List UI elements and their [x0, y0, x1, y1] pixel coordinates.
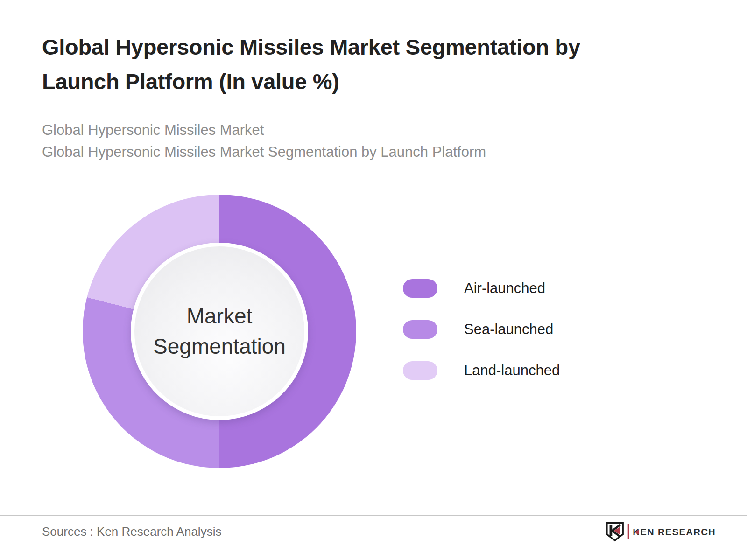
legend-label: Land-launched	[464, 362, 560, 379]
ken-research-logo: KEN RESEARCH	[603, 522, 722, 542]
subtitle-line-1: Global Hypersonic Missiles Market	[42, 119, 486, 141]
report-page: Global Hypersonic Missiles Market Segmen…	[0, 0, 747, 560]
donut-center-label: Market Segmentation	[142, 301, 296, 362]
legend-item-air-launched: Air-launched	[403, 279, 560, 298]
donut-chart-section: Market Segmentation Air-launched Sea-lau…	[0, 177, 747, 495]
legend-swatch-land-launched	[403, 361, 437, 380]
legend-item-sea-launched: Sea-launched	[403, 320, 560, 339]
source-text: Sources : Ken Research Analysis	[42, 525, 221, 539]
legend-swatch-air-launched	[403, 279, 437, 298]
legend-item-land-launched: Land-launched	[403, 361, 560, 380]
page-title-line-2: Launch Platform (In value %)	[42, 64, 580, 99]
donut-center-circle: Market Segmentation	[131, 243, 308, 420]
page-subtitle: Global Hypersonic Missiles Market Global…	[42, 119, 486, 163]
page-title-line-1: Global Hypersonic Missiles Market Segmen…	[42, 30, 580, 64]
subtitle-line-2: Global Hypersonic Missiles Market Segmen…	[42, 141, 486, 163]
footer-divider	[0, 515, 747, 516]
svg-text:KEN RESEARCH: KEN RESEARCH	[633, 527, 716, 537]
ken-research-shield-k-icon: KEN RESEARCH	[603, 522, 722, 542]
page-title: Global Hypersonic Missiles Market Segmen…	[42, 30, 580, 99]
legend-label: Air-launched	[464, 280, 545, 297]
chart-legend: Air-launched Sea-launched Land-launched	[403, 279, 560, 380]
legend-label: Sea-launched	[464, 321, 553, 338]
donut-ring: Market Segmentation	[83, 195, 356, 468]
legend-swatch-sea-launched	[403, 320, 437, 339]
